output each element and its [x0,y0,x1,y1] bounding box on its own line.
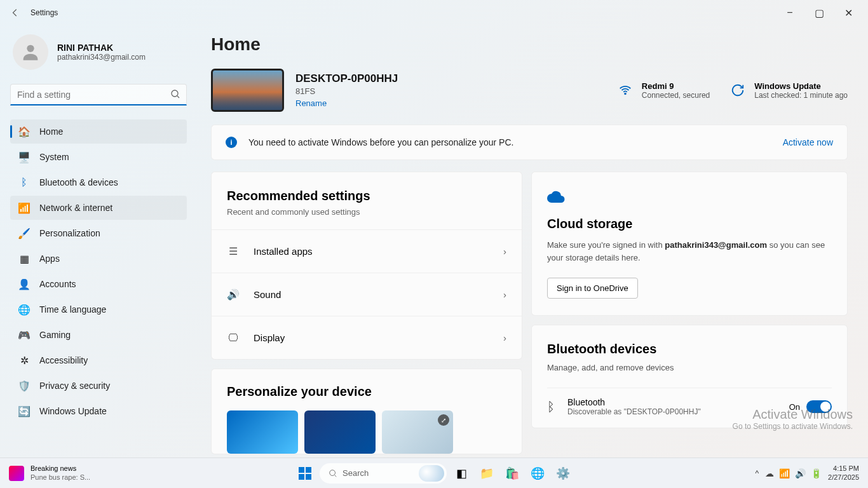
recommended-item-installed-apps[interactable]: ☰Installed apps› [212,229,522,273]
sidebar-item-accessibility[interactable]: ✲Accessibility [10,348,187,372]
wifi-tray-icon[interactable]: 📶 [779,468,790,478]
maximize-button[interactable]: ▢ [804,3,834,23]
bluetooth-row-sub: Discoverable as "DESKTOP-0P00HHJ" [567,407,701,416]
bluetooth-title: Bluetooth devices [547,342,832,356]
battery-tray-icon[interactable]: 🔋 [811,468,822,478]
taskbar: Breaking news Pune bus rape: S... Search… [0,458,868,488]
nav-icon: 🔄 [18,405,31,417]
rec-icon: 🖵 [227,332,240,344]
sidebar-item-apps[interactable]: ▦Apps [10,247,187,271]
update-sub: Last checked: 1 minute ago [754,91,848,100]
nav-label: Home [39,126,63,137]
sidebar-item-home[interactable]: 🏠Home [10,119,187,144]
page-title: Home [211,34,848,55]
nav-label: Apps [39,254,60,264]
taskbar-clock[interactable]: 4:15 PM 2/27/2025 [828,464,859,481]
nav-label: Personalization [39,228,100,238]
nav-label: Time & language [39,304,106,315]
taskbar-widgets[interactable]: Breaking news Pune bus rape: S... [0,464,90,481]
chevron-right-icon: › [503,246,506,257]
tray-chevron-icon[interactable]: ^ [755,469,759,478]
activate-now-link[interactable]: Activate now [783,137,833,147]
chevron-right-icon: › [503,289,506,300]
profile-block[interactable]: RINI PATHAK pathakrini343@gmail.com [10,34,187,70]
rec-label: Installed apps [254,246,313,257]
cloud-icon [547,189,832,207]
taskview-button[interactable]: ◧ [451,463,472,484]
nav-label: Accounts [39,279,76,289]
start-button[interactable] [294,463,316,484]
sidebar-item-system[interactable]: 🖥️System [10,145,187,169]
close-button[interactable]: ✕ [834,3,863,23]
taskbar-search[interactable]: Search [320,463,447,484]
svg-point-3 [330,470,336,475]
sidebar-item-gaming[interactable]: 🎮Gaming [10,323,187,347]
sidebar-item-personalization[interactable]: 🖌️Personalization [10,221,187,245]
recommended-item-sound[interactable]: 🔊Sound› [212,273,522,316]
bluetooth-row-title: Bluetooth [567,397,701,407]
rename-link[interactable]: Rename [295,98,327,108]
search-icon [170,89,180,102]
sidebar-item-time-language[interactable]: 🌐Time & language [10,297,187,322]
theme-option-1[interactable] [227,410,298,454]
app-title: Settings [31,8,58,17]
wifi-title: Redmi 9 [642,81,710,91]
title-bar: Settings − ▢ ✕ [0,0,868,25]
profile-email: pathakrini343@gmail.com [57,53,146,62]
nav-list: 🏠Home🖥️SystemᛒBluetooth & devices📶Networ… [10,119,187,423]
search-box [10,84,187,105]
rec-label: Sound [254,289,281,300]
update-status[interactable]: Windows Update Last checked: 1 minute ag… [729,81,848,100]
theme-option-3[interactable]: ⤢ [382,410,453,454]
main-content: Home DESKTOP-0P00HHJ 81FS Rename Redmi 9… [197,25,868,458]
news-icon [9,466,24,481]
explorer-button[interactable]: 📁 [476,463,498,484]
search-input[interactable] [10,84,187,105]
nav-label: Network & internet [39,203,112,213]
recommended-item-display[interactable]: 🖵Display› [212,316,522,359]
recommended-sub: Recent and commonly used settings [227,207,506,217]
nav-icon: 👤 [18,278,31,290]
cloud-storage-card: Cloud storage Make sure you're signed in… [531,172,848,316]
rec-label: Display [254,332,285,343]
bluetooth-toggle-row: ᛒ Bluetooth Discoverable as "DESKTOP-0P0… [547,388,832,428]
sidebar-item-network-internet[interactable]: 📶Network & internet [10,196,187,220]
theme-option-2[interactable] [304,410,376,454]
bluetooth-card: Bluetooth devices Manage, add, and remov… [531,325,848,428]
bluetooth-toggle[interactable] [806,400,832,413]
nav-icon: 📶 [18,201,31,214]
nav-label: Accessibility [39,355,88,365]
personalize-card: Personalize your device ⤢ [211,369,522,454]
window-controls: − ▢ ✕ [775,3,863,23]
settings-button[interactable]: ⚙️ [552,463,574,484]
nav-label: Privacy & security [39,381,110,391]
search-icon [329,469,337,478]
theme-expand-icon: ⤢ [438,414,449,426]
edge-button[interactable]: 🌐 [527,463,548,484]
sidebar-item-bluetooth-devices[interactable]: ᛒBluetooth & devices [10,170,187,194]
system-tray[interactable]: ☁ 📶 🔊 🔋 [765,468,822,478]
bluetooth-icon: ᛒ [547,400,555,414]
onedrive-signin-button[interactable]: Sign in to OneDrive [547,278,638,299]
wifi-status[interactable]: Redmi 9 Connected, secured [616,81,710,100]
svg-point-1 [172,90,178,97]
nav-icon: 🖥️ [18,151,31,163]
back-button[interactable] [5,3,25,23]
nav-label: System [39,152,69,162]
recommended-title: Recommended settings [227,189,506,203]
activation-message: You need to activate Windows before you … [248,137,513,147]
store-button[interactable]: 🛍️ [501,463,523,484]
back-arrow-icon [11,8,20,17]
profile-name: RINI PATHAK [57,43,146,53]
sidebar-item-windows-update[interactable]: 🔄Windows Update [10,399,187,423]
avatar [13,34,48,70]
onedrive-tray-icon[interactable]: ☁ [765,468,774,478]
sidebar-item-accounts[interactable]: 👤Accounts [10,272,187,296]
nav-icon: ✲ [18,354,31,367]
sidebar-item-privacy-security[interactable]: 🛡️Privacy & security [10,374,187,398]
nav-label: Gaming [39,330,71,340]
minimize-button[interactable]: − [775,3,804,23]
volume-tray-icon[interactable]: 🔊 [795,468,806,478]
device-thumbnail[interactable] [211,69,284,112]
device-header: DESKTOP-0P00HHJ 81FS Rename Redmi 9 Conn… [211,69,848,112]
